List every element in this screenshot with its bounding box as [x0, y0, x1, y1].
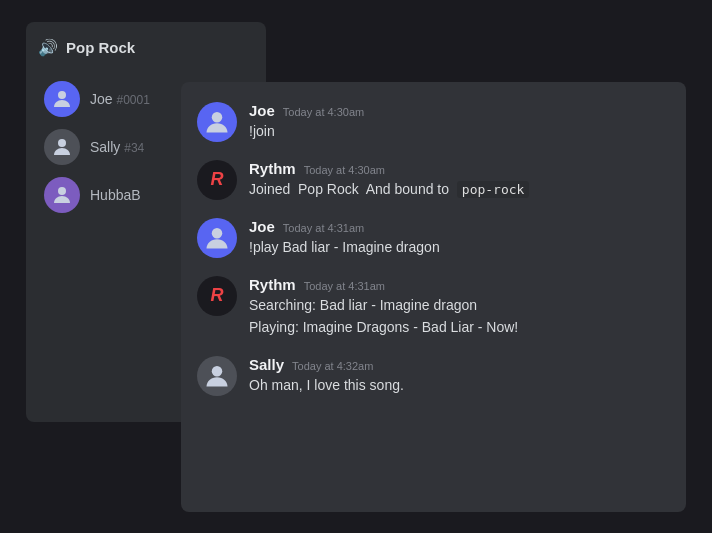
message-avatar-rythm: R: [197, 276, 237, 316]
user-name-sally: Sally #34: [90, 139, 144, 155]
message-header: Rythm Today at 4:30am: [249, 160, 529, 177]
rythm-logo: R: [211, 169, 224, 190]
message-avatar-rythm: R: [197, 160, 237, 200]
message-text-line2: Playing: Imagine Dragons - Bad Liar - No…: [249, 318, 518, 338]
message-author: Joe: [249, 102, 275, 119]
message-author: Sally: [249, 356, 284, 373]
message-row: R Rythm Today at 4:30am Joined Pop Rock …: [197, 160, 670, 200]
message-header: Joe Today at 4:31am: [249, 218, 440, 235]
message-header: Sally Today at 4:32am: [249, 356, 404, 373]
message-content: Joe Today at 4:30am !join: [249, 102, 364, 142]
rythm-logo: R: [211, 285, 224, 306]
message-text-line1: Searching: Bad liar - Imagine dragon: [249, 296, 518, 316]
message-avatar-joe: [197, 102, 237, 142]
message-row: Joe Today at 4:31am !play Bad liar - Ima…: [197, 218, 670, 258]
speaker-icon: 🔊: [38, 38, 58, 57]
avatar: [44, 177, 80, 213]
avatar: [44, 129, 80, 165]
svg-point-4: [212, 228, 223, 239]
avatar: [44, 81, 80, 117]
message-content: Sally Today at 4:32am Oh man, I love thi…: [249, 356, 404, 396]
message-author: Rythm: [249, 160, 296, 177]
svg-point-1: [58, 139, 66, 147]
message-content: Rythm Today at 4:30am Joined Pop Rock An…: [249, 160, 529, 200]
message-author: Joe: [249, 218, 275, 235]
message-row: Sally Today at 4:32am Oh man, I love thi…: [197, 356, 670, 396]
svg-point-5: [212, 366, 223, 377]
message-timestamp: Today at 4:30am: [283, 106, 364, 118]
message-list: Joe Today at 4:30am !join R Rythm Today …: [197, 102, 670, 396]
scene: 🔊 Pop Rock Joe #0001: [26, 22, 686, 512]
message-text: !play Bad liar - Imagine dragon: [249, 238, 440, 258]
message-content: Joe Today at 4:31am !play Bad liar - Ima…: [249, 218, 440, 258]
user-name-hubba: HubbaB: [90, 187, 141, 203]
code-inline: pop-rock: [457, 181, 530, 198]
message-content: Rythm Today at 4:31am Searching: Bad lia…: [249, 276, 518, 338]
message-text: Joined Pop Rock And bound to pop-rock: [249, 180, 529, 200]
svg-point-0: [58, 91, 66, 99]
message-text: Oh man, I love this song.: [249, 376, 404, 396]
channel-name: Pop Rock: [66, 39, 135, 56]
message-avatar-sally: [197, 356, 237, 396]
message-row: R Rythm Today at 4:31am Searching: Bad l…: [197, 276, 670, 338]
message-text: !join: [249, 122, 364, 142]
message-timestamp: Today at 4:30am: [304, 164, 385, 176]
sidebar-header: 🔊 Pop Rock: [38, 38, 254, 57]
message-timestamp: Today at 4:31am: [283, 222, 364, 234]
svg-point-2: [58, 187, 66, 195]
message-row: Joe Today at 4:30am !join: [197, 102, 670, 142]
message-header: Joe Today at 4:30am: [249, 102, 364, 119]
message-timestamp: Today at 4:31am: [304, 280, 385, 292]
message-author: Rythm: [249, 276, 296, 293]
chat-panel: Joe Today at 4:30am !join R Rythm Today …: [181, 82, 686, 512]
user-name-joe: Joe #0001: [90, 91, 150, 107]
message-timestamp: Today at 4:32am: [292, 360, 373, 372]
svg-point-3: [212, 112, 223, 123]
message-avatar-joe: [197, 218, 237, 258]
message-header: Rythm Today at 4:31am: [249, 276, 518, 293]
